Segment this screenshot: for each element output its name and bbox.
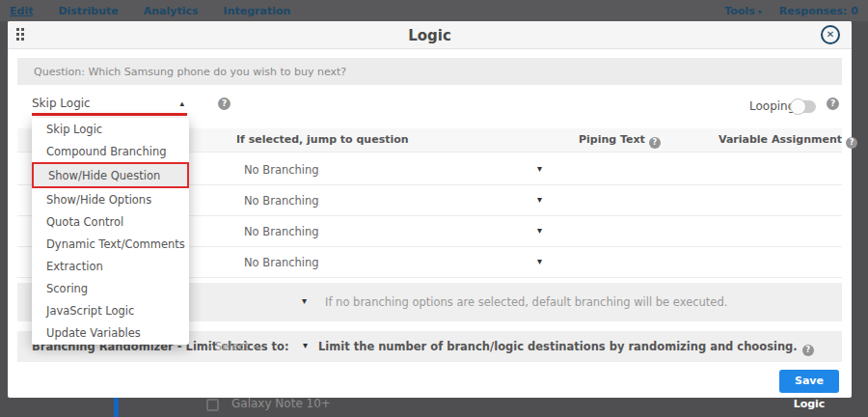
top-navigation: Edit Distribute Analytics Integration To… xyxy=(0,0,868,21)
chevron-down-icon[interactable]: ▾ xyxy=(537,163,542,174)
column-header-variable: Variable Assignment? xyxy=(719,133,857,149)
column-header-piping: Piping Text? xyxy=(579,133,661,149)
dropdown-item-show-hide-options[interactable]: Show/Hide Options xyxy=(32,188,189,210)
dropdown-item-show-hide-question[interactable]: Show/Hide Question xyxy=(32,162,189,188)
dropdown-item-dynamic-text-comments[interactable]: Dynamic Text/Comments xyxy=(32,233,189,255)
dropdown-item-scoring[interactable]: Scoring xyxy=(32,278,189,300)
column-header-jump: If selected, jump to question xyxy=(236,133,409,146)
dropdown-item-javascript-logic[interactable]: JavaScript Logic xyxy=(32,300,189,322)
tutorial-highlight-underline xyxy=(32,113,187,116)
logic-type-help-icon[interactable]: ? xyxy=(218,97,231,110)
chevron-down-icon[interactable]: ▾ xyxy=(537,256,542,266)
default-branching-note: If no branching options are selected, de… xyxy=(325,295,727,309)
screen: Edit Distribute Analytics Integration To… xyxy=(0,0,868,417)
dropdown-item-skip-logic[interactable]: Skip Logic xyxy=(32,118,189,140)
modal-title: Logic xyxy=(8,27,852,44)
dropdown-item-update-variables[interactable]: Update Variables xyxy=(32,322,189,345)
randomizer-help-icon[interactable]: ? xyxy=(802,345,814,356)
looping-label: Looping xyxy=(749,99,795,113)
dropdown-item-quota-control[interactable]: Quota Control xyxy=(32,210,189,233)
jump-select[interactable]: No Branching xyxy=(244,225,319,238)
chevron-down-icon[interactable]: ▾ xyxy=(303,340,308,350)
nav-tab-edit[interactable]: Edit xyxy=(10,5,33,17)
nav-tab-distribute[interactable]: Distribute xyxy=(58,5,118,17)
chevron-down-icon: ▾ xyxy=(758,8,762,16)
underlying-question-accent-bar xyxy=(114,398,119,417)
save-logic-button[interactable]: Save Logic xyxy=(779,370,839,393)
nav-tab-analytics[interactable]: Analytics xyxy=(144,5,199,17)
chevron-down-icon[interactable]: ▾ xyxy=(302,295,307,306)
dropdown-item-compound-branching[interactable]: Compound Branching xyxy=(32,140,189,162)
underlying-option-checkbox xyxy=(206,399,219,411)
nav-right: Tools▾ Responses: 0 xyxy=(724,5,858,17)
chevron-up-icon: ▴ xyxy=(179,98,184,108)
variable-help-icon[interactable]: ? xyxy=(846,137,857,149)
jump-select[interactable]: No Branching xyxy=(244,163,319,177)
modal-header: Logic ✕ xyxy=(8,21,852,49)
looping-toggle[interactable] xyxy=(793,100,816,113)
randomizer-note: Limit the number of branch/logic destina… xyxy=(318,340,814,356)
logic-modal: Logic ✕ Question: Which Samsung phone do… xyxy=(8,21,852,398)
chevron-down-icon[interactable]: ▾ xyxy=(537,225,542,236)
piping-help-icon[interactable]: ? xyxy=(649,137,661,149)
question-text: Question: Which Samsung phone do you wis… xyxy=(34,66,346,78)
chevron-down-icon[interactable]: ▾ xyxy=(537,194,542,205)
responses-count: Responses: 0 xyxy=(779,5,858,17)
tools-menu[interactable]: Tools▾ xyxy=(724,5,762,17)
jump-select[interactable]: No Branching xyxy=(244,256,319,269)
randomizer-select[interactable]: - Select - xyxy=(207,340,257,353)
dropdown-item-extraction[interactable]: Extraction xyxy=(32,256,189,278)
logic-type-dropdown: Skip Logic Compound Branching Show/Hide … xyxy=(32,118,189,345)
question-bar: Question: Which Samsung phone do you wis… xyxy=(17,58,842,85)
logic-type-selected-value: Skip Logic xyxy=(32,97,91,110)
underlying-option-label: Galaxy Note 10+ xyxy=(231,397,331,410)
jump-select[interactable]: No Branching xyxy=(244,194,319,208)
close-icon[interactable]: ✕ xyxy=(821,25,840,44)
nav-tab-integration[interactable]: Integration xyxy=(224,5,291,17)
nav-left: Edit Distribute Analytics Integration xyxy=(10,5,724,17)
looping-help-icon[interactable]: ? xyxy=(827,97,839,110)
toggle-knob xyxy=(790,98,806,115)
